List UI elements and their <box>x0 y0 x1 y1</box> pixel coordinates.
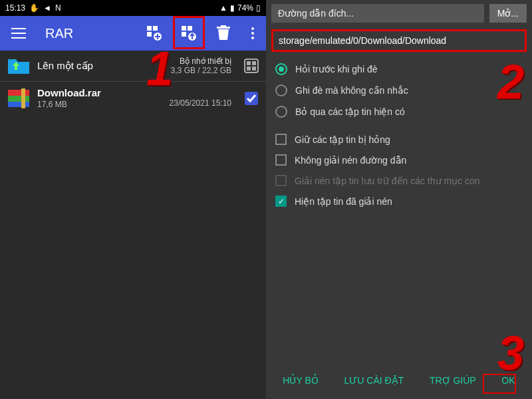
carrier-icon: N <box>55 3 61 13</box>
checkbox-icon <box>275 154 287 166</box>
checkbox-label: Giữ các tập tin bị hỏng <box>295 134 390 145</box>
radio-label: Bỏ qua các tập tin hiện có <box>295 106 405 117</box>
right-screen: Đường dẫn đích... Mở... storage/emulated… <box>266 0 532 399</box>
svg-rect-20 <box>21 88 25 108</box>
svg-rect-0 <box>147 26 152 31</box>
check-show-extracted[interactable]: Hiện tập tin đã giải nén <box>266 191 532 211</box>
radio-label: Hỏi trước khi ghi đè <box>295 64 377 74</box>
svg-rect-19 <box>8 102 29 107</box>
svg-rect-1 <box>153 26 158 31</box>
radio-label: Ghi đè mà không cần nhắc <box>295 85 408 96</box>
left-screen: 15:13 ✋ ◄ N ▲ ▮ 74% ▯ RAR <box>0 0 266 399</box>
checkbox-label: Giải nén tập tin lưu trữ đến các thư mục… <box>295 176 480 186</box>
battery-pct: 74% <box>237 3 253 13</box>
svg-point-8 <box>251 27 254 30</box>
svg-rect-5 <box>188 26 192 31</box>
wifi-icon: ▲ <box>219 3 227 13</box>
storage-label: Bộ nhớ thiết bị <box>171 57 231 66</box>
hand-icon: ✋ <box>29 3 39 13</box>
menu-button[interactable] <box>5 20 32 47</box>
svg-point-9 <box>251 32 254 35</box>
checkbox-label: Hiện tập tin đã giải nén <box>295 196 392 207</box>
arrow-left-icon: ◄ <box>43 3 51 13</box>
up-one-level-row[interactable]: Lên một cấp Bộ nhớ thiết bị 3,3 GB / 22,… <box>0 51 266 81</box>
checkbox-icon <box>275 134 287 145</box>
svg-rect-17 <box>8 90 29 96</box>
file-row[interactable]: Download.rar 17,6 MB 23/05/2021 15:10 <box>0 82 266 114</box>
checkbox-label: Không giải nén đường dẫn <box>295 155 406 166</box>
check-keep-broken[interactable]: Giữ các tập tin bị hỏng <box>266 129 532 150</box>
svg-point-10 <box>251 37 254 39</box>
radio-icon <box>275 63 287 75</box>
file-size: 17,6 MB <box>37 100 163 109</box>
status-time: 15:13 <box>5 3 25 13</box>
destination-label: Đường dẫn đích... <box>271 4 484 23</box>
checkbox-icon <box>275 196 287 207</box>
svg-rect-15 <box>252 66 256 70</box>
delete-button[interactable] <box>210 20 237 47</box>
annotation-1: 1 <box>146 41 173 96</box>
svg-rect-6 <box>182 32 186 37</box>
extract-button[interactable] <box>176 20 202 47</box>
browse-button[interactable]: Mở... <box>489 4 527 23</box>
svg-rect-13 <box>252 61 256 65</box>
destination-path-input[interactable]: storage/emulated/0/Download/Download <box>271 29 527 52</box>
annotation-3: 3 <box>497 326 524 380</box>
radio-icon <box>275 106 287 118</box>
storage-usage: 3,3 GB / 22,2 GB <box>171 66 231 75</box>
file-date: 23/05/2021 15:10 <box>170 98 231 108</box>
destination-row: Đường dẫn đích... Mở... <box>266 0 532 27</box>
up-row-label: Lên một cấp <box>37 60 164 72</box>
radio-skip-existing[interactable]: Bỏ qua các tập tin hiện có <box>266 101 532 122</box>
app-bar: RAR <box>0 16 266 51</box>
dialog-button-bar: HỦY BỎ LƯU CÀI ĐẶT TRỢ GIÚP OK <box>266 362 532 399</box>
svg-rect-2 <box>147 32 152 37</box>
check-no-paths[interactable]: Không giải nén đường dẫn <box>266 150 532 170</box>
cancel-button[interactable]: HỦY BỎ <box>276 371 325 390</box>
folder-up-icon <box>7 56 31 76</box>
svg-rect-12 <box>247 61 251 65</box>
radio-ask-overwrite[interactable]: Hỏi trước khi ghi đè <box>266 59 532 80</box>
radio-icon <box>275 84 287 96</box>
radio-overwrite-no-ask[interactable]: Ghi đè mà không cần nhắc <box>266 80 532 101</box>
file-name: Download.rar <box>37 87 163 98</box>
overflow-menu-button[interactable] <box>245 20 261 47</box>
checkbox-icon <box>275 175 287 186</box>
status-bar: 15:13 ✋ ◄ N ▲ ▮ 74% ▯ <box>0 0 266 16</box>
annotation-2: 2 <box>497 55 524 109</box>
file-checkbox[interactable] <box>243 90 259 106</box>
help-button[interactable]: TRỢ GIÚP <box>423 371 483 390</box>
save-settings-button[interactable]: LƯU CÀI ĐẶT <box>337 371 410 390</box>
app-title: RAR <box>45 26 133 41</box>
signal-icon: ▮ <box>230 3 235 13</box>
svg-rect-4 <box>182 26 186 31</box>
view-mode-button[interactable] <box>243 58 259 74</box>
svg-rect-14 <box>247 66 251 70</box>
svg-rect-18 <box>8 96 29 102</box>
check-subfolders: Giải nén tập tin lưu trữ đến các thư mục… <box>266 170 532 191</box>
battery-icon: ▯ <box>256 3 261 13</box>
rar-file-icon <box>7 88 31 108</box>
